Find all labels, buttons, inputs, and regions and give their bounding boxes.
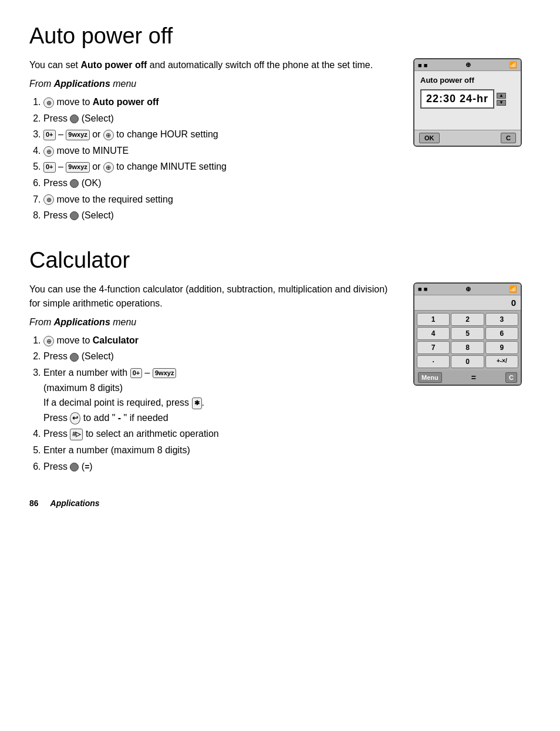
calc-key-9: 9 xyxy=(485,341,518,354)
calc-key-9wxyz: 9wxyz xyxy=(153,368,176,378)
calc-select-btn-2 xyxy=(70,353,79,362)
auto-power-off-intro: You can set Auto power off and automatic… xyxy=(29,58,396,72)
status-right-apo: 📶 xyxy=(509,61,517,69)
status-center-apo: ⊕ xyxy=(465,61,471,69)
key-0plus-5: 0+ xyxy=(43,162,56,172)
calc-eq-btn: = xyxy=(471,373,476,382)
status-left-calc: ■ ■ xyxy=(418,285,427,292)
auto-power-off-from-menu: From Applications menu xyxy=(29,77,396,91)
auto-power-off-section: You can set Auto power off and automatic… xyxy=(29,58,531,224)
calc-display: 0 xyxy=(414,295,521,311)
arrow-up-apo: ▲ xyxy=(497,93,506,99)
phone-bottom-bar-apo: OK C xyxy=(414,130,521,146)
step-3: 0+ – 9wxyz or ⊕ to change HOUR setting xyxy=(43,127,396,142)
calc-key-6: 6 xyxy=(485,327,518,340)
calc-bottom-bar: Menu = C xyxy=(414,370,521,385)
c-button-apo: C xyxy=(501,133,516,143)
select-btn-6 xyxy=(70,179,79,188)
time-arrows-apo: ▲ ▼ xyxy=(497,93,506,106)
select-btn-2 xyxy=(70,114,79,123)
calc-step-1: ⊕ move to Calculator xyxy=(43,333,396,348)
calculator-text: You can use the 4-function calculator (a… xyxy=(29,282,396,475)
step-1: ⊕ move to Auto power off xyxy=(43,95,396,110)
footer-section-name: Applications xyxy=(50,498,100,508)
phone-label-apo: Auto power off xyxy=(420,76,515,85)
nav-icon-7: ⊕ xyxy=(43,194,54,205)
calculator-from-menu: From Applications menu xyxy=(29,315,396,329)
nav-icon-4: ⊕ xyxy=(43,146,54,157)
step-5: 0+ – 9wxyz or ⊕ to change MINUTE setting xyxy=(43,159,396,174)
from-menu-bold: Applications xyxy=(54,79,110,89)
calculator-section: You can use the 4-function calculator (a… xyxy=(29,282,531,475)
footer-page-number: 86 xyxy=(29,498,39,508)
calc-step-4: Press #▷ to select an arithmetic operati… xyxy=(43,426,396,442)
auto-power-off-phone: ■ ■ ⊕ 📶 Auto power off 22:30 24-hr ▲ ▼ O… xyxy=(413,58,531,147)
calculator-intro: You can use the 4-function calculator (a… xyxy=(29,282,396,311)
step-7: ⊕ move to the required setting xyxy=(43,192,396,207)
calc-step-2: Press (Select) xyxy=(43,349,396,364)
calc-step-5: Enter a number (maximum 8 digits) xyxy=(43,443,396,458)
calc-key-3: 3 xyxy=(485,313,518,326)
calc-step-3: Enter a number with 0+ – 9wxyz (maximum … xyxy=(43,365,396,425)
calc-select-btn-6 xyxy=(70,463,79,471)
calc-key-ops: +-×/ xyxy=(485,355,518,368)
status-center-calc: ⊕ xyxy=(465,285,471,293)
calc-key-1: 1 xyxy=(417,313,450,326)
phone-content-apo: Auto power off 22:30 24-hr ▲ ▼ xyxy=(414,71,521,130)
calc-from-menu-bold: Applications xyxy=(54,317,110,327)
phone-statusbar-calc: ■ ■ ⊕ 📶 xyxy=(414,284,521,295)
calc-menu-btn: Menu xyxy=(418,372,442,383)
calc-key-2: 2 xyxy=(451,313,484,326)
ok-button-apo: OK xyxy=(419,133,440,143)
calculator-phone: ■ ■ ⊕ 📶 0 1 2 3 4 5 6 7 8 9 · 0 +-×/ xyxy=(413,282,531,386)
step-2: Press (Select) xyxy=(43,111,396,126)
calc-grid: 1 2 3 4 5 6 7 8 9 · 0 +-×/ xyxy=(414,311,521,370)
nav-icon-3: ⊕ xyxy=(103,130,114,140)
step-4: ⊕ move to MINUTE xyxy=(43,143,396,159)
time-box-apo: 22:30 24-hr ▲ ▼ xyxy=(420,89,515,109)
nav-icon-5: ⊕ xyxy=(103,162,114,173)
time-display-apo: 22:30 24-hr xyxy=(420,89,494,109)
key-0plus: 0+ xyxy=(43,130,56,140)
calc-nav-icon-1: ⊕ xyxy=(43,336,54,346)
key-9wxyz: 9wxyz xyxy=(66,130,89,140)
calc-star-key: ✱ xyxy=(192,397,202,409)
nav-icon-1: ⊕ xyxy=(43,97,54,108)
auto-power-off-steps: ⊕ move to Auto power off Press (Select) … xyxy=(29,95,396,223)
status-right-calc: 📶 xyxy=(509,285,517,293)
phone-statusbar-apo: ■ ■ ⊕ 📶 xyxy=(414,59,521,71)
calculator-steps: ⊕ move to Calculator Press (Select) Ente… xyxy=(29,333,396,474)
phone-screen-calc: ■ ■ ⊕ 📶 0 1 2 3 4 5 6 7 8 9 · 0 +-×/ xyxy=(413,282,522,386)
calc-back-key: ↩ xyxy=(70,412,80,425)
key-9wxyz-5: 9wxyz xyxy=(66,162,89,172)
status-left-apo: ■ ■ xyxy=(418,62,427,69)
calc-hash-key: #▷ xyxy=(70,429,83,440)
auto-power-off-title: Auto power off xyxy=(29,23,531,49)
calculator-title: Calculator xyxy=(29,248,531,273)
footer: 86 Applications xyxy=(29,498,531,508)
calc-step-6: Press (=) xyxy=(43,459,396,474)
calc-key-7: 7 xyxy=(417,341,450,354)
step-8: Press (Select) xyxy=(43,208,396,223)
calc-key-4: 4 xyxy=(417,327,450,340)
calc-key-8: 8 xyxy=(451,341,484,354)
arrow-down-apo: ▼ xyxy=(497,100,506,106)
calc-key-5: 5 xyxy=(451,327,484,340)
auto-power-off-bold: Auto power off xyxy=(80,60,147,70)
calc-key-0: 0 xyxy=(451,355,484,368)
auto-power-off-text: You can set Auto power off and automatic… xyxy=(29,58,396,224)
calc-key-dot: · xyxy=(417,355,450,368)
calc-c-btn: C xyxy=(505,372,517,383)
select-btn-8 xyxy=(70,211,79,220)
step-6: Press (OK) xyxy=(43,176,396,191)
phone-screen-apo: ■ ■ ⊕ 📶 Auto power off 22:30 24-hr ▲ ▼ O… xyxy=(413,58,522,147)
calc-key-0plus: 0+ xyxy=(130,368,143,378)
